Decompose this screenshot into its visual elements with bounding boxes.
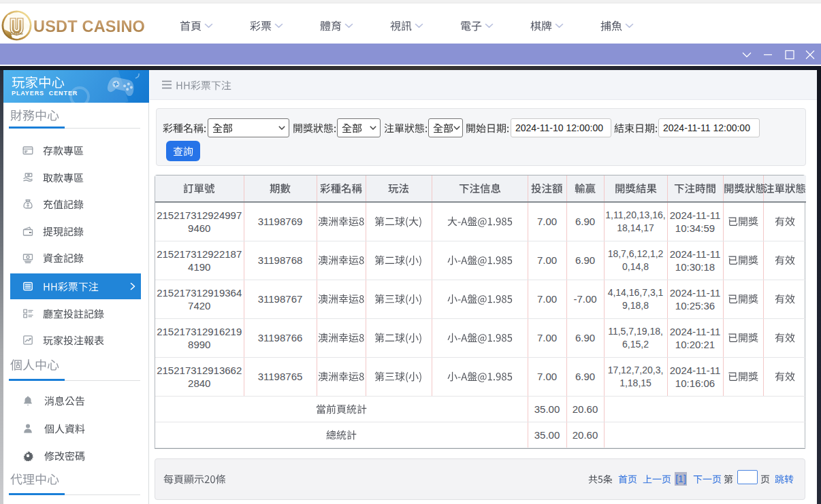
svg-text:Casino: Casino [10, 31, 23, 35]
